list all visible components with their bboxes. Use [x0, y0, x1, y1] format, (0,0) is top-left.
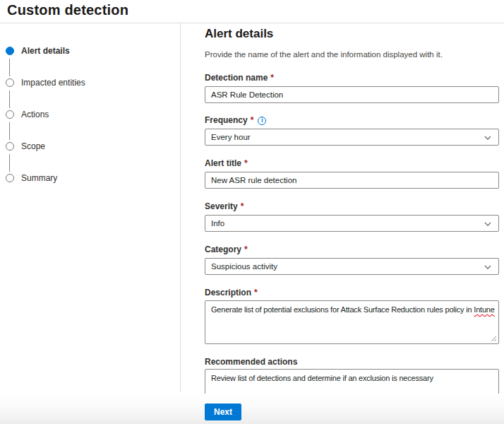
chevron-down-icon [484, 134, 492, 142]
frequency-select[interactable]: Every hour [205, 129, 499, 146]
stepper-item-scope[interactable]: Scope [0, 142, 176, 153]
field-label: Recommended actions [205, 358, 499, 367]
field-label: Category * [205, 245, 499, 254]
field-label: Detection name * [205, 73, 499, 83]
step-indicator-icon [6, 142, 14, 151]
step-label: Alert details [21, 47, 70, 56]
step-connector [9, 59, 10, 76]
field-severity: Severity * Info [205, 202, 499, 211]
wizard-footer: Next [0, 394, 504, 424]
stepper-item-actions[interactable]: Actions [0, 110, 176, 122]
step-indicator-icon [6, 174, 14, 182]
selected-value: Info [211, 219, 224, 228]
label-text: Description [205, 288, 251, 298]
chevron-down-icon [484, 263, 492, 271]
alert-title-input[interactable] [205, 172, 499, 189]
label-text: Severity [205, 202, 238, 211]
detection-name-input[interactable] [205, 86, 499, 103]
severity-select[interactable]: Info [205, 215, 499, 232]
field-label: Description * [205, 288, 499, 298]
section-description: Provide the name of the alert and the in… [205, 50, 443, 59]
required-asterisk: * [244, 245, 248, 254]
wizard-stepper: Alert details Impacted entities Actions … [0, 0, 180, 424]
stepper-item-summary[interactable]: Summary [0, 174, 176, 185]
step-connector [9, 154, 10, 172]
step-label: Scope [21, 142, 45, 151]
chevron-down-icon [484, 220, 492, 228]
spellchecked-word: Intune [474, 305, 494, 314]
step-indicator-icon [6, 110, 14, 119]
step-connector [9, 122, 10, 140]
stepper-item-impacted-entities[interactable]: Impacted entities [0, 78, 176, 90]
step-indicator-icon [6, 78, 14, 87]
description-textarea[interactable]: Generate list of potential exclusions fo… [205, 300, 499, 344]
recommended-actions-textarea[interactable]: Review list of detections and determine … [205, 369, 499, 394]
required-asterisk: * [241, 202, 244, 211]
panel-divider [180, 23, 181, 392]
field-label: Severity * [205, 202, 499, 211]
required-asterisk: * [254, 288, 258, 298]
step-connector [9, 90, 10, 108]
step-label: Summary [21, 174, 57, 183]
label-text: Category [205, 245, 241, 254]
recommended-actions-text: Review list of detections and determine … [211, 374, 433, 382]
category-select[interactable]: Suspicious activity [205, 258, 499, 275]
required-asterisk: * [244, 159, 248, 168]
resize-grip-icon[interactable] [491, 336, 497, 342]
step-label: Impacted entities [21, 78, 85, 88]
alert-details-panel: Alert details Provide the name of the al… [205, 27, 499, 394]
field-detection-name: Detection name * [205, 73, 499, 83]
label-text: Alert title [205, 159, 241, 168]
field-label: Frequency * i [205, 116, 499, 125]
info-icon[interactable]: i [258, 117, 266, 125]
stepper-item-alert-details[interactable]: Alert details [0, 47, 176, 58]
step-indicator-filled-icon [6, 47, 14, 55]
field-category: Category * Suspicious activity [205, 245, 499, 254]
field-description: Description * Generate list of potential… [205, 288, 499, 298]
step-label: Actions [21, 110, 49, 119]
label-text: Detection name [205, 73, 268, 83]
field-alert-title: Alert title * [205, 159, 499, 168]
field-recommended-actions: Recommended actions Review list of detec… [205, 358, 499, 367]
label-text: Frequency [205, 116, 248, 125]
next-button[interactable]: Next [205, 404, 241, 420]
field-frequency: Frequency * i Every hour [205, 116, 499, 125]
label-text: Recommended actions [205, 358, 297, 367]
custom-detection-wizard: Custom detection Alert details Impacted … [0, 0, 504, 424]
required-asterisk: * [270, 73, 274, 83]
description-text: Generate list of potential exclusions fo… [211, 305, 474, 314]
required-asterisk: * [251, 116, 254, 125]
section-heading: Alert details [205, 27, 273, 41]
selected-value: Every hour [211, 133, 251, 141]
field-label: Alert title * [205, 159, 499, 168]
selected-value: Suspicious activity [211, 262, 277, 271]
